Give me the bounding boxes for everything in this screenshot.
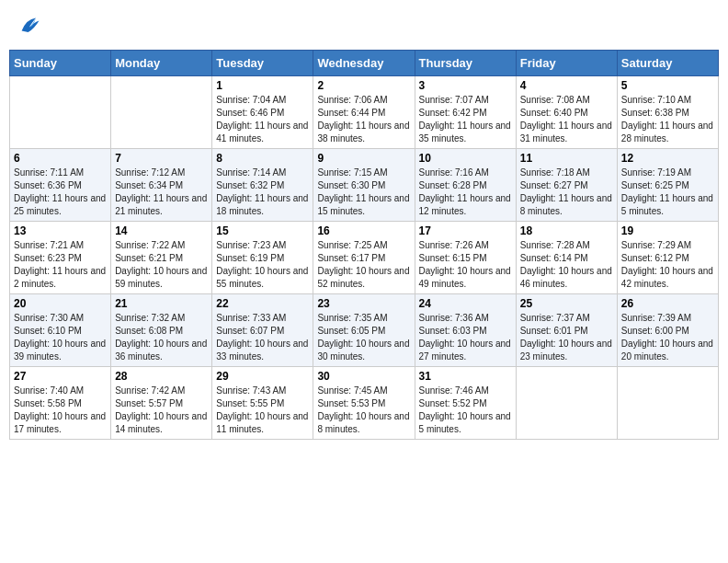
- day-info: Sunrise: 7:32 AM Sunset: 6:08 PM Dayligh…: [115, 312, 208, 363]
- day-of-week-header: Thursday: [415, 51, 516, 76]
- calendar-cell: 22Sunrise: 7:33 AM Sunset: 6:07 PM Dayli…: [212, 294, 313, 367]
- calendar-cell: 4Sunrise: 7:08 AM Sunset: 6:40 PM Daylig…: [516, 76, 617, 149]
- day-info: Sunrise: 7:18 AM Sunset: 6:27 PM Dayligh…: [520, 167, 613, 218]
- day-info: Sunrise: 7:19 AM Sunset: 6:25 PM Dayligh…: [621, 167, 714, 218]
- calendar-cell: 10Sunrise: 7:16 AM Sunset: 6:28 PM Dayli…: [415, 149, 516, 222]
- day-info: Sunrise: 7:46 AM Sunset: 5:52 PM Dayligh…: [419, 385, 512, 436]
- calendar-week-row: 1Sunrise: 7:04 AM Sunset: 6:46 PM Daylig…: [10, 76, 719, 149]
- calendar-cell: [617, 367, 718, 440]
- calendar-cell: 15Sunrise: 7:23 AM Sunset: 6:19 PM Dayli…: [212, 222, 313, 294]
- calendar-cell: 14Sunrise: 7:22 AM Sunset: 6:21 PM Dayli…: [111, 222, 212, 294]
- day-info: Sunrise: 7:36 AM Sunset: 6:03 PM Dayligh…: [419, 312, 512, 363]
- day-number: 20: [14, 297, 107, 310]
- day-number: 8: [216, 152, 309, 165]
- day-number: 7: [115, 152, 208, 165]
- calendar-cell: 2Sunrise: 7:06 AM Sunset: 6:44 PM Daylig…: [313, 76, 415, 149]
- logo-bird-icon: [17, 13, 42, 39]
- day-of-week-header: Saturday: [617, 51, 718, 76]
- page-header: [9, 9, 719, 42]
- day-number: 18: [520, 224, 613, 237]
- calendar-week-row: 20Sunrise: 7:30 AM Sunset: 6:10 PM Dayli…: [10, 294, 719, 367]
- calendar-cell: 8Sunrise: 7:14 AM Sunset: 6:32 PM Daylig…: [212, 149, 313, 222]
- calendar-cell: [111, 76, 212, 149]
- day-of-week-header: Sunday: [10, 51, 111, 76]
- calendar-week-row: 13Sunrise: 7:21 AM Sunset: 6:23 PM Dayli…: [10, 222, 719, 294]
- calendar-week-row: 27Sunrise: 7:40 AM Sunset: 5:58 PM Dayli…: [10, 367, 719, 440]
- day-number: 5: [621, 79, 714, 92]
- calendar-cell: 25Sunrise: 7:37 AM Sunset: 6:01 PM Dayli…: [516, 294, 617, 367]
- day-number: 31: [419, 370, 512, 383]
- day-number: 26: [621, 297, 714, 310]
- day-info: Sunrise: 7:08 AM Sunset: 6:40 PM Dayligh…: [520, 94, 613, 145]
- day-info: Sunrise: 7:07 AM Sunset: 6:42 PM Dayligh…: [419, 94, 512, 145]
- day-info: Sunrise: 7:25 AM Sunset: 6:17 PM Dayligh…: [317, 239, 410, 291]
- calendar-cell: [516, 367, 617, 440]
- calendar-cell: 7Sunrise: 7:12 AM Sunset: 6:34 PM Daylig…: [111, 149, 212, 222]
- day-number: 13: [14, 224, 107, 237]
- day-of-week-header: Wednesday: [313, 51, 415, 76]
- day-info: Sunrise: 7:42 AM Sunset: 5:57 PM Dayligh…: [115, 385, 208, 436]
- day-info: Sunrise: 7:06 AM Sunset: 6:44 PM Dayligh…: [317, 94, 410, 145]
- day-number: 6: [14, 152, 107, 165]
- day-number: 16: [317, 224, 410, 237]
- calendar-cell: 24Sunrise: 7:36 AM Sunset: 6:03 PM Dayli…: [415, 294, 516, 367]
- day-info: Sunrise: 7:35 AM Sunset: 6:05 PM Dayligh…: [317, 312, 410, 363]
- day-info: Sunrise: 7:43 AM Sunset: 5:55 PM Dayligh…: [216, 385, 309, 436]
- calendar-cell: 9Sunrise: 7:15 AM Sunset: 6:30 PM Daylig…: [313, 149, 415, 222]
- day-number: 30: [317, 370, 410, 383]
- calendar-week-row: 6Sunrise: 7:11 AM Sunset: 6:36 PM Daylig…: [10, 149, 719, 222]
- day-info: Sunrise: 7:15 AM Sunset: 6:30 PM Dayligh…: [317, 167, 410, 218]
- day-number: 11: [520, 152, 613, 165]
- day-info: Sunrise: 7:21 AM Sunset: 6:23 PM Dayligh…: [14, 239, 107, 291]
- day-of-week-header: Tuesday: [212, 51, 313, 76]
- day-info: Sunrise: 7:37 AM Sunset: 6:01 PM Dayligh…: [520, 312, 613, 363]
- day-number: 2: [317, 79, 410, 92]
- calendar-cell: [10, 76, 111, 149]
- day-number: 12: [621, 152, 714, 165]
- calendar-header-row: SundayMondayTuesdayWednesdayThursdayFrid…: [10, 51, 719, 76]
- day-info: Sunrise: 7:30 AM Sunset: 6:10 PM Dayligh…: [14, 312, 107, 363]
- day-info: Sunrise: 7:16 AM Sunset: 6:28 PM Dayligh…: [419, 167, 512, 218]
- calendar-cell: 17Sunrise: 7:26 AM Sunset: 6:15 PM Dayli…: [415, 222, 516, 294]
- day-info: Sunrise: 7:14 AM Sunset: 6:32 PM Dayligh…: [216, 167, 309, 218]
- day-number: 9: [317, 152, 410, 165]
- calendar-cell: 31Sunrise: 7:46 AM Sunset: 5:52 PM Dayli…: [415, 367, 516, 440]
- calendar-cell: 1Sunrise: 7:04 AM Sunset: 6:46 PM Daylig…: [212, 76, 313, 149]
- day-info: Sunrise: 7:11 AM Sunset: 6:36 PM Dayligh…: [14, 167, 107, 218]
- day-number: 25: [520, 297, 613, 310]
- calendar-cell: 11Sunrise: 7:18 AM Sunset: 6:27 PM Dayli…: [516, 149, 617, 222]
- calendar-cell: 23Sunrise: 7:35 AM Sunset: 6:05 PM Dayli…: [313, 294, 415, 367]
- calendar-cell: 3Sunrise: 7:07 AM Sunset: 6:42 PM Daylig…: [415, 76, 516, 149]
- day-number: 14: [115, 224, 208, 237]
- calendar-cell: 28Sunrise: 7:42 AM Sunset: 5:57 PM Dayli…: [111, 367, 212, 440]
- day-number: 3: [419, 79, 512, 92]
- calendar-cell: 30Sunrise: 7:45 AM Sunset: 5:53 PM Dayli…: [313, 367, 415, 440]
- day-number: 28: [115, 370, 208, 383]
- day-number: 4: [520, 79, 613, 92]
- calendar-cell: 16Sunrise: 7:25 AM Sunset: 6:17 PM Dayli…: [313, 222, 415, 294]
- day-info: Sunrise: 7:23 AM Sunset: 6:19 PM Dayligh…: [216, 239, 309, 291]
- day-number: 17: [419, 224, 512, 237]
- calendar-table: SundayMondayTuesdayWednesdayThursdayFrid…: [9, 50, 719, 440]
- day-number: 10: [419, 152, 512, 165]
- calendar-cell: 19Sunrise: 7:29 AM Sunset: 6:12 PM Dayli…: [617, 222, 718, 294]
- calendar-cell: 29Sunrise: 7:43 AM Sunset: 5:55 PM Dayli…: [212, 367, 313, 440]
- day-info: Sunrise: 7:28 AM Sunset: 6:14 PM Dayligh…: [520, 239, 613, 291]
- calendar-cell: 21Sunrise: 7:32 AM Sunset: 6:08 PM Dayli…: [111, 294, 212, 367]
- day-info: Sunrise: 7:45 AM Sunset: 5:53 PM Dayligh…: [317, 385, 410, 436]
- day-number: 27: [14, 370, 107, 383]
- day-of-week-header: Monday: [111, 51, 212, 76]
- day-info: Sunrise: 7:40 AM Sunset: 5:58 PM Dayligh…: [14, 385, 107, 436]
- day-of-week-header: Friday: [516, 51, 617, 76]
- calendar-cell: 27Sunrise: 7:40 AM Sunset: 5:58 PM Dayli…: [10, 367, 111, 440]
- calendar-cell: 5Sunrise: 7:10 AM Sunset: 6:38 PM Daylig…: [617, 76, 718, 149]
- day-info: Sunrise: 7:33 AM Sunset: 6:07 PM Dayligh…: [216, 312, 309, 363]
- calendar-cell: 6Sunrise: 7:11 AM Sunset: 6:36 PM Daylig…: [10, 149, 111, 222]
- calendar-cell: 12Sunrise: 7:19 AM Sunset: 6:25 PM Dayli…: [617, 149, 718, 222]
- day-number: 21: [115, 297, 208, 310]
- day-number: 1: [216, 79, 309, 92]
- day-info: Sunrise: 7:04 AM Sunset: 6:46 PM Dayligh…: [216, 94, 309, 145]
- logo: [17, 13, 44, 39]
- day-number: 15: [216, 224, 309, 237]
- day-info: Sunrise: 7:10 AM Sunset: 6:38 PM Dayligh…: [621, 94, 714, 145]
